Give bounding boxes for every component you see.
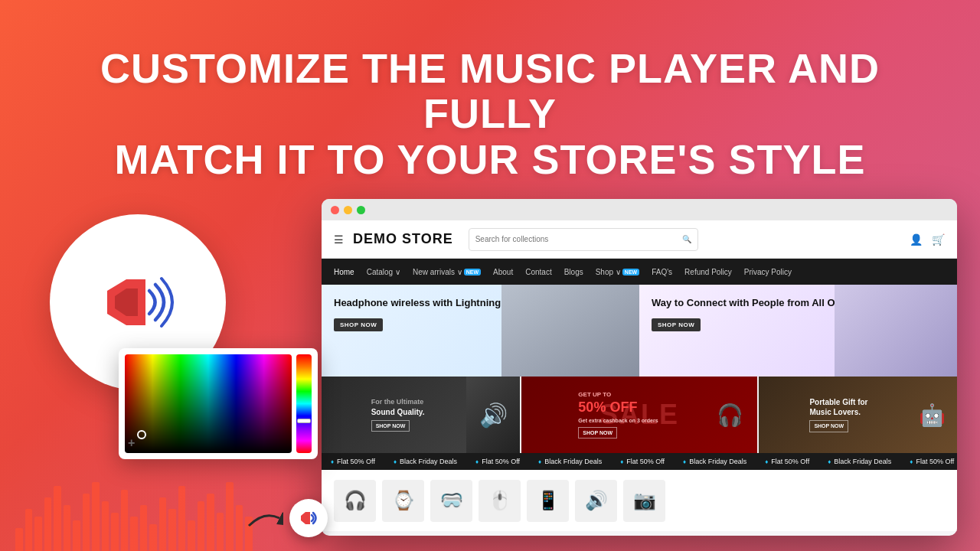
nav-shop[interactable]: Shop ∨ NEW <box>596 268 639 276</box>
ticker-diamond: ♦ <box>394 458 397 465</box>
nav-icons: 👤 🛒 <box>910 233 945 246</box>
product-camera[interactable]: 📷 <box>623 480 665 522</box>
nav-refund[interactable]: Refund Policy <box>684 268 732 276</box>
ticker-diamond: ♦ <box>910 458 913 465</box>
user-icon[interactable]: 👤 <box>910 233 923 246</box>
ticker-item: ♦ Flat 50% Off <box>900 458 957 465</box>
nav-home[interactable]: Home <box>334 268 354 276</box>
products-row: 🎧 ⌚ 🥽 🖱️ 📱 🔊 📷 <box>322 470 957 531</box>
store-navbar: ☰ DEMO STORE 🔍 👤 🛒 <box>322 220 957 259</box>
banner-3-text: Portable Gift for Music Lovers. SHOP NOW <box>809 397 906 432</box>
ticker-item: ♦ Black Friday Deals <box>529 458 611 465</box>
search-input[interactable] <box>475 235 678 243</box>
eq-bar <box>140 505 148 551</box>
nav-catalog[interactable]: Catalog ∨ <box>367 268 400 276</box>
hamburger-menu[interactable]: ☰ <box>334 233 344 246</box>
eq-bar <box>92 482 100 551</box>
eq-bar <box>149 524 157 551</box>
color-slider-track[interactable] <box>296 354 312 453</box>
color-picker-plus: + <box>128 436 135 450</box>
ticker-diamond: ♦ <box>475 458 479 465</box>
product-earbuds[interactable]: 🎧 <box>334 480 376 522</box>
banner-2-btn[interactable]: SHOP NOW <box>578 427 617 439</box>
banners-row: 🔊 For the Ultimate Sound Quality. SHOP N… <box>322 377 957 453</box>
hero-left: Headphone wireless with Lightning Chargi… <box>322 285 639 377</box>
search-icon: 🔍 <box>682 235 691 243</box>
hero-left-shop-btn[interactable]: SHOP NOW <box>334 318 383 331</box>
speaker-svg <box>96 272 180 333</box>
music-player-small <box>245 499 328 537</box>
ticker-item: ♦ Black Friday Deals <box>818 458 900 465</box>
color-slider-thumb[interactable] <box>297 419 311 423</box>
browser-dot-yellow[interactable] <box>344 206 352 214</box>
eq-bar <box>178 486 186 551</box>
browser-window: ☰ DEMO STORE 🔍 👤 🛒 Home Catalog ∨ New ar… <box>322 199 957 536</box>
eq-bar <box>15 528 23 551</box>
ticker-diamond: ♦ <box>538 458 541 465</box>
product-vr[interactable]: 🥽 <box>430 480 472 522</box>
banner-2-sub: Get extra cashback on 3 orders <box>578 417 658 424</box>
browser-titlebar <box>322 199 957 220</box>
new-arrivals-badge: NEW <box>464 269 481 276</box>
deals-ticker: ♦ Flat 50% Off♦ Black Friday Deals♦ Flat… <box>322 453 957 470</box>
eq-bar <box>64 505 71 551</box>
ticker-item: ♦ Black Friday Deals <box>384 458 466 465</box>
ticker-diamond: ♦ <box>683 458 686 465</box>
eq-bar <box>102 501 109 551</box>
color-picker-popup[interactable]: + <box>119 348 318 459</box>
eq-bar <box>54 486 61 551</box>
banner-3-title2: Music Lovers. <box>809 407 867 417</box>
eq-bar <box>226 482 234 551</box>
ticker-diamond: ♦ <box>620 458 623 465</box>
browser-dot-red[interactable] <box>331 206 339 214</box>
eq-bar <box>236 505 243 551</box>
eq-bar <box>188 520 195 551</box>
eq-bar <box>25 509 33 551</box>
banner-1-btn[interactable]: SHOP NOW <box>371 420 410 432</box>
hero-right-shop-btn[interactable]: SHOP NOW <box>652 318 701 331</box>
product-mouse[interactable]: 🖱️ <box>479 480 521 522</box>
hero-right-image <box>835 285 957 377</box>
banner-2-text: GET UP TO 50% OFF Get extra cashback on … <box>578 391 700 439</box>
nav-privacy[interactable]: Privacy Policy <box>744 268 792 276</box>
search-bar[interactable]: 🔍 <box>469 228 698 251</box>
banner-sale: SALE 🎧 GET UP TO 50% OFF Get extra cashb… <box>521 377 757 453</box>
player-widget[interactable] <box>289 499 328 537</box>
banner-vacuum-img: 🤖 <box>911 380 953 449</box>
browser-dot-green[interactable] <box>357 206 365 214</box>
product-speaker-small[interactable]: 🔊 <box>575 480 617 522</box>
color-gradient-area[interactable]: + <box>125 354 292 453</box>
ticker-item: ♦ Black Friday Deals <box>674 458 756 465</box>
speaker-icon <box>96 272 180 333</box>
banner-3-btn[interactable]: SHOP NOW <box>809 420 848 432</box>
eq-bar <box>111 513 119 551</box>
banner-2-off: 50% OFF <box>578 399 658 416</box>
eq-bar <box>73 520 80 551</box>
eq-bar <box>44 497 52 551</box>
nav-blogs[interactable]: Blogs <box>564 268 583 276</box>
eq-bar <box>130 517 138 551</box>
hero-right: Way to Connect with People from All Over… <box>639 285 957 377</box>
nav-faqs[interactable]: FAQ's <box>652 268 672 276</box>
nav-about[interactable]: About <box>493 268 513 276</box>
banner-headphones-img: 🎧 <box>707 380 753 449</box>
eq-bar <box>34 517 42 551</box>
product-phone[interactable]: 📱 <box>527 480 569 522</box>
ticker-diamond: ♦ <box>765 458 768 465</box>
wave-1 <box>149 291 155 314</box>
cart-icon[interactable]: 🛒 <box>932 233 945 246</box>
nav-new-arrivals[interactable]: New arrivals ∨ NEW <box>413 268 481 276</box>
eq-bar <box>217 513 224 551</box>
hero-section: Headphone wireless with Lightning Chargi… <box>322 285 957 377</box>
banner-3-title: Portable Gift for <box>809 397 867 407</box>
shop-badge: NEW <box>622 269 639 276</box>
ticker-item: ♦ Flat 50% Off <box>756 458 818 465</box>
eq-bar <box>207 494 214 551</box>
banner-1-label: For the Ultimate <box>371 398 425 407</box>
nav-contact[interactable]: Contact <box>525 268 551 276</box>
store-nav-menu: Home Catalog ∨ New arrivals ∨ NEW About … <box>322 259 957 285</box>
hero-image-placeholder <box>501 285 639 377</box>
ticker-item: ♦ Flat 50% Off <box>322 458 384 465</box>
banner-vacuum: 🤖 Portable Gift for Music Lovers. SHOP N… <box>759 377 957 453</box>
product-watch[interactable]: ⌚ <box>382 480 424 522</box>
